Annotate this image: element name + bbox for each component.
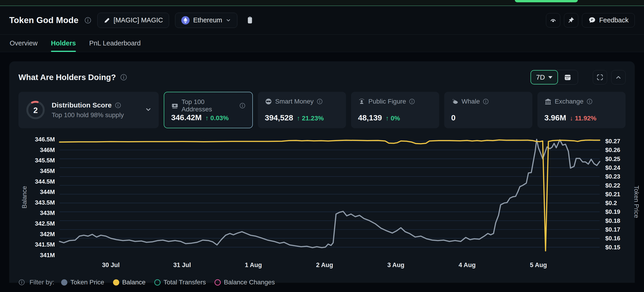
distribution-score-value: 2 [33, 106, 38, 115]
info-icon[interactable] [18, 279, 25, 286]
app-root: Token God Mode [MAGIC] MAGIC Ethereum [0, 0, 644, 292]
balance-axis-tick: 341.5M [18, 241, 55, 248]
active-tab-indicator [515, 0, 578, 2]
calendar-icon [564, 73, 572, 81]
info-icon[interactable] [240, 103, 246, 109]
price-axis-tick: $0.24 [605, 164, 620, 171]
filter-option-balance[interactable]: Balance [113, 278, 146, 286]
price-axis-tick: $0.16 [605, 235, 620, 242]
legend-dot [154, 279, 160, 286]
token-select-label: [MAGIC] MAGIC [114, 16, 163, 24]
stat-label: Top 100 Addresses [182, 98, 236, 113]
stat-card-whale[interactable]: Whale 0 [444, 92, 532, 128]
stat-card-smart-money[interactable]: Smart Money 394,528 ↑ 21.23% [258, 92, 346, 128]
date-range-control: 7D [531, 70, 578, 85]
info-icon[interactable] [115, 102, 121, 108]
balance-axis-tick: 344.5M [18, 178, 55, 185]
y-axis-title-left: Balance [21, 186, 28, 208]
legend-dot [113, 279, 119, 286]
feedback-label: Feedback [599, 16, 628, 24]
copy-icon [246, 16, 253, 24]
filter-option-total-transfers[interactable]: Total Transfers [154, 278, 206, 286]
tab-bar: Overview Holders PnL Leaderboard [0, 34, 644, 52]
calendar-button[interactable] [558, 70, 578, 84]
range-7d-dropdown[interactable]: 7D [530, 70, 558, 84]
price-axis-tick: $0.15 [605, 244, 620, 251]
fullscreen-icon [596, 74, 604, 81]
filter-option-token-price[interactable]: Token Price [61, 278, 104, 286]
price-axis-tick: $0.27 [605, 138, 620, 145]
stat-label: Public Figure [368, 98, 406, 105]
header-bar: Token God Mode [MAGIC] MAGIC Ethereum [0, 6, 644, 34]
edit-pencil-icon [104, 17, 110, 24]
balance-axis-tick: 345M [18, 168, 55, 174]
feedback-button[interactable]: Feedback [582, 13, 635, 28]
stat-card-distribution-score[interactable]: 2 Distribution Score Top 100 hold 98% su… [18, 92, 159, 128]
price-axis-tick: $0.26 [605, 146, 620, 154]
copy-address-button[interactable] [243, 14, 256, 26]
holders-chart[interactable]: 346.5M346M345.5M345M344.5M344M343.5M343M… [18, 136, 626, 274]
price-axis-tick: $0.22 [605, 182, 620, 189]
stat-label: Smart Money [275, 98, 314, 105]
stat-value: 3.96M [544, 113, 566, 122]
date-axis-tick: 30 Jul [94, 262, 127, 269]
speech-bubble-icon [588, 16, 596, 24]
info-icon[interactable] [84, 17, 91, 24]
stat-card-top100-addresses[interactable]: Top 100 Addresses 346.42M ↑ 0.03% [164, 92, 253, 128]
tab-holders[interactable]: Holders [51, 34, 76, 52]
watch-mode-button[interactable] [546, 13, 560, 28]
stat-value: 0 [451, 113, 456, 122]
info-icon[interactable] [483, 98, 489, 104]
chart-plot[interactable] [18, 136, 626, 274]
public-figure-icon [358, 98, 365, 105]
holder-stats-row: 2 Distribution Score Top 100 hold 98% su… [18, 92, 626, 128]
stat-value: 394,528 [265, 113, 293, 122]
date-axis-tick: 31 Jul [166, 262, 198, 269]
price-axis-tick: $0.25 [605, 156, 620, 162]
chevron-up-icon [615, 74, 622, 81]
filter-by-label: Filter by: [30, 278, 54, 286]
arc-dot-icon [549, 16, 557, 24]
chain-select-label: Ethereum [193, 16, 222, 24]
legend-label: Balance [122, 278, 146, 286]
y-axis-title-right: Token Price [633, 186, 640, 218]
date-axis-tick: 5 Aug [522, 262, 554, 269]
stat-card-public-figure[interactable]: Public Figure 48,139 ↑ 0% [351, 92, 439, 128]
price-axis-tick: $0.23 [605, 173, 620, 180]
legend-label: Token Price [70, 278, 104, 286]
balance-axis-tick: 343M [18, 210, 55, 216]
token-select-button[interactable]: [MAGIC] MAGIC [97, 13, 169, 28]
balance-axis-tick: 341M [18, 252, 55, 259]
info-icon[interactable] [409, 98, 415, 104]
tab-pnl-leaderboard[interactable]: PnL Leaderboard [89, 34, 141, 52]
stat-card-exchange[interactable]: Exchange 3.96M ↓ 11.92% [538, 92, 626, 128]
smart-money-icon [265, 98, 272, 105]
date-axis-tick: 3 Aug [380, 262, 412, 269]
ethereum-logo-icon [181, 16, 190, 24]
distribution-gauge: 2 [25, 100, 46, 120]
chevron-down-icon[interactable] [145, 106, 152, 114]
balance-axis-tick: 346M [18, 146, 55, 154]
info-icon[interactable] [120, 74, 127, 81]
balance-axis-tick: 345.5M [18, 157, 55, 164]
price-axis-tick: $0.17 [605, 226, 620, 233]
price-axis-tick: $0.21 [605, 191, 620, 198]
legend-label: Balance Changes [224, 278, 275, 286]
pin-button[interactable] [564, 13, 578, 28]
date-axis-tick: 1 Aug [237, 262, 270, 269]
stat-value: 346.42M [171, 113, 202, 122]
filter-options: Token PriceBalanceTotal TransfersBalance… [61, 278, 275, 286]
fullscreen-button[interactable] [593, 70, 607, 84]
info-icon[interactable] [317, 98, 323, 104]
tab-overview[interactable]: Overview [10, 34, 38, 52]
filter-option-balance-changes[interactable]: Balance Changes [214, 278, 275, 286]
browser-strip [0, 0, 644, 6]
price-axis-tick: $0.19 [605, 208, 620, 216]
chain-select-button[interactable]: Ethereum [175, 13, 237, 28]
date-axis-tick: 2 Aug [308, 262, 341, 269]
collapse-button[interactable] [611, 70, 626, 84]
exchange-icon [544, 98, 552, 105]
stat-label: Exchange [555, 98, 584, 105]
info-icon[interactable] [586, 98, 592, 104]
chart-filter-row: Filter by: Token PriceBalanceTotal Trans… [18, 277, 626, 288]
